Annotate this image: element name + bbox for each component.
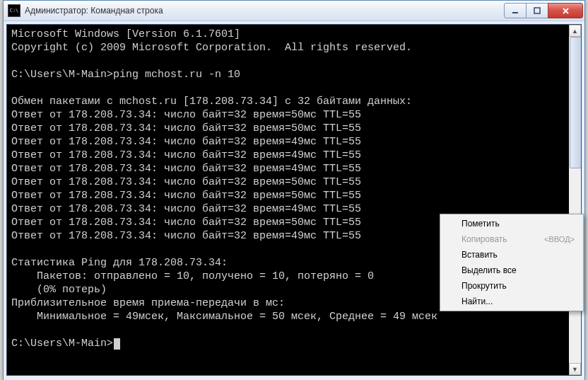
window-buttons: [505, 3, 583, 18]
menu-item-mark[interactable]: Пометить: [442, 216, 582, 231]
line: Ответ от 178.208.73.34: число байт=32 вр…: [11, 176, 361, 188]
line: Microsoft Windows [Version 6.1.7601]: [11, 28, 240, 40]
scroll-thumb[interactable]: [570, 37, 582, 168]
menu-label: Найти...: [461, 294, 493, 309]
line: Ответ от 178.208.73.34: число байт=32 вр…: [11, 149, 361, 161]
menu-label: Копировать: [461, 231, 507, 247]
maximize-button[interactable]: [526, 3, 548, 18]
terminal-area[interactable]: Microsoft Windows [Version 6.1.7601] Cop…: [6, 24, 582, 376]
menu-item-copy: Копировать <ВВОД>: [442, 231, 582, 247]
command-prompt-window: Администратор: Командная строка Microsof…: [3, 0, 585, 380]
svg-rect-1: [534, 8, 540, 13]
titlebar[interactable]: Администратор: Командная строка: [4, 1, 584, 21]
close-button[interactable]: [548, 3, 583, 18]
scroll-down-button[interactable]: ▼: [569, 363, 581, 375]
context-menu[interactable]: Пометить Копировать <ВВОД> Вставить Выде…: [440, 214, 584, 311]
menu-item-paste[interactable]: Вставить: [442, 247, 582, 263]
menu-label: Вставить: [461, 247, 498, 263]
scroll-track[interactable]: [569, 37, 581, 363]
line: Статистика Ping для 178.208.73.34:: [11, 257, 228, 269]
scroll-up-button[interactable]: ▲: [569, 25, 581, 37]
cursor: [114, 338, 120, 350]
line: Минимальное = 49мсек, Максимальное = 50 …: [11, 311, 437, 323]
line: C:\Users\M-Main>ping mchost.ru -n 10: [11, 69, 240, 81]
menu-item-find[interactable]: Найти...: [442, 294, 582, 309]
line: Ответ от 178.208.73.34: число байт=32 вр…: [11, 122, 361, 134]
menu-label: Прокрутить: [461, 278, 507, 294]
minimize-button[interactable]: [504, 3, 527, 18]
menu-label: Пометить: [461, 216, 500, 231]
vertical-scrollbar[interactable]: ▲ ▼: [569, 25, 581, 375]
line: Обмен пакетами с mchost.ru [178.208.73.3…: [11, 96, 412, 108]
line: Ответ от 178.208.73.34: число байт=32 вр…: [11, 217, 361, 229]
line: Ответ от 178.208.73.34: число байт=32 вр…: [11, 230, 361, 242]
menu-item-scroll[interactable]: Прокрутить: [442, 278, 582, 294]
line: Ответ от 178.208.73.34: число байт=32 вр…: [11, 203, 361, 215]
line: Ответ от 178.208.73.34: число байт=32 вр…: [11, 163, 361, 175]
menu-item-select-all[interactable]: Выделить все: [442, 263, 582, 278]
line: Пакетов: отправлено = 10, получено = 10,…: [11, 270, 374, 282]
line: Copyright (c) 2009 Microsoft Corporation…: [11, 42, 412, 54]
line: (0% потерь): [11, 284, 107, 296]
line: Ответ от 178.208.73.34: число байт=32 вр…: [11, 109, 361, 121]
menu-shortcut: <ВВОД>: [544, 231, 575, 247]
line: Ответ от 178.208.73.34: число байт=32 вр…: [11, 190, 361, 202]
line: C:\Users\M-Main>: [11, 338, 113, 350]
cmd-icon: [8, 4, 20, 17]
svg-rect-0: [512, 12, 518, 13]
window-title: Администратор: Командная строка: [25, 6, 505, 16]
line: Ответ от 178.208.73.34: число байт=32 вр…: [11, 136, 361, 148]
menu-label: Выделить все: [461, 263, 517, 278]
line: Приблизительное время приема-передачи в …: [11, 297, 285, 309]
